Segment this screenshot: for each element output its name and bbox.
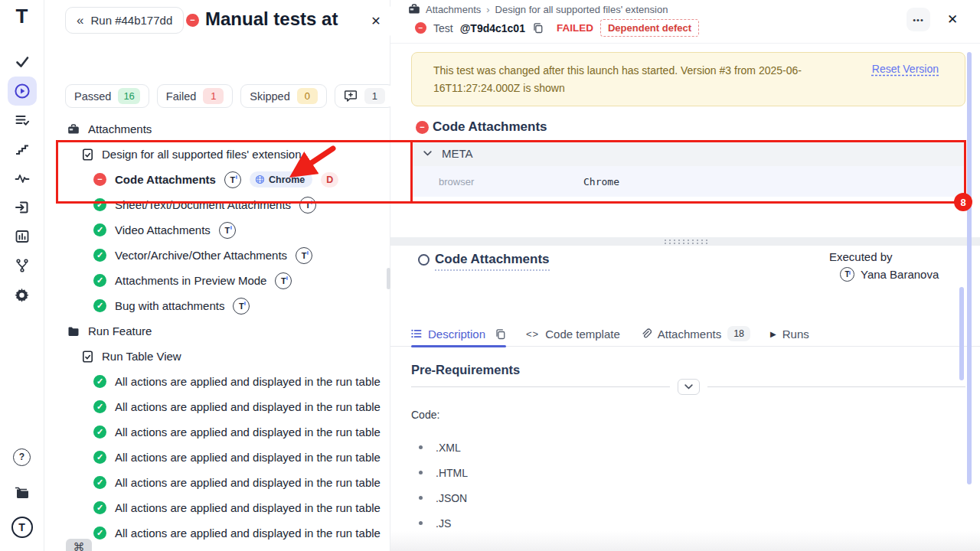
tree-row[interactable]: Design for all supported files' extensio… [44, 142, 390, 167]
reset-version-link[interactable]: Reset Version [872, 63, 939, 75]
double-chevron-left-icon: « [77, 14, 83, 27]
tree-row[interactable]: Run Feature [44, 318, 390, 344]
back-to-run-button[interactable]: « Run #44b177dd [65, 7, 184, 34]
section-divider [411, 379, 965, 395]
command-key-badge: ⌘ [66, 539, 92, 551]
collapse-section-button[interactable] [678, 379, 700, 395]
list-item: .JS [411, 510, 468, 536]
filter-comments[interactable]: 1 [335, 84, 394, 108]
section-failed-status-icon: − [416, 121, 429, 134]
tree-row[interactable]: ✓All actions are applied and displayed i… [44, 419, 390, 445]
dependent-defect-badge[interactable]: Dependent defect [600, 19, 699, 37]
folder-icon [67, 325, 80, 337]
logo-badge-icon[interactable]: T [8, 513, 37, 542]
avatar-icon: T [219, 222, 236, 239]
breadcrumb-root[interactable]: Attachments [426, 4, 481, 15]
copy-description-icon[interactable] [495, 328, 506, 340]
play-circle-icon[interactable] [8, 77, 37, 106]
chevron-down-icon [423, 151, 432, 156]
inner-scrollbar[interactable] [959, 287, 964, 380]
status-passed-icon: ✓ [93, 476, 106, 489]
run-title: Manual tests at [205, 8, 361, 30]
test-label: Test [433, 22, 453, 34]
status-passed-icon: ✓ [93, 375, 106, 388]
report-icon[interactable] [8, 222, 37, 251]
defect-badge[interactable]: D [321, 172, 338, 187]
executed-by-block: Executed by T Yana Baranova [829, 250, 939, 282]
app-sidebar: T ?T [0, 0, 44, 551]
meta-header[interactable]: META [412, 141, 966, 166]
drag-grip-icon [663, 239, 707, 245]
status-passed-icon: ✓ [93, 501, 106, 514]
steps-icon[interactable] [8, 135, 37, 164]
filter-failed[interactable]: Failed 1 [157, 84, 234, 108]
executed-by-name: Yana Baranova [861, 268, 939, 281]
tree-row[interactable]: ✓Sheet/Text/Document AttachmentsT [44, 192, 390, 217]
close-run-panel-icon[interactable]: ✕ [371, 15, 381, 28]
list-item: .XML [411, 435, 468, 460]
tab-attachments[interactable]: Attachments18 [640, 321, 750, 347]
status-failed-icon: − [93, 173, 106, 186]
tree-row[interactable]: ✓All actions are applied and displayed i… [44, 445, 390, 470]
executed-by-user: T Yana Baranova [829, 267, 939, 282]
filter-skipped[interactable]: Skipped 0 [240, 84, 326, 108]
check-icon[interactable] [8, 47, 37, 77]
list-check-icon[interactable] [8, 106, 37, 135]
avatar-icon: T [275, 272, 292, 289]
tree-row[interactable]: ✓Vector/Archive/Other AttachmentsT [44, 243, 390, 268]
tree-row[interactable]: ✓All actions are applied and displayed i… [44, 520, 390, 546]
more-actions-button[interactable]: ••• [906, 8, 930, 31]
test-id-row: − Test @T9d4c1c01 FAILED Dependent defec… [415, 19, 699, 37]
run-tree-panel: « Run #44b177dd − Manual tests at ✕ Pass… [44, 0, 390, 551]
tree-row[interactable]: ✓All actions are applied and displayed i… [44, 495, 390, 520]
breadcrumb-separator-icon: › [486, 4, 489, 15]
copy-test-id-icon[interactable] [532, 22, 544, 34]
tab-code-template[interactable]: <>Code template [526, 321, 620, 347]
test-failed-status-icon: − [415, 22, 426, 34]
activity-icon[interactable] [8, 164, 37, 193]
tree-row[interactable]: ✓All actions are applied and displayed i… [44, 470, 390, 495]
status-passed-icon: ✓ [93, 299, 106, 312]
test-tree: Attachments Design for all supported fil… [44, 116, 390, 546]
import-icon[interactable] [8, 193, 37, 222]
gear-icon[interactable] [8, 280, 37, 309]
status-passed-icon: ✓ [93, 451, 106, 464]
meta-title: META [442, 147, 473, 160]
breadcrumb-current[interactable]: Design for all supported files' extensio… [495, 4, 668, 15]
help-icon[interactable]: ? [8, 442, 37, 471]
meta-value: Chrome [583, 176, 619, 187]
test-title[interactable]: Code Attachments [435, 252, 550, 271]
tree-row[interactable]: ✓Bug with attachmentsT [44, 293, 390, 318]
unexecuted-status-icon [418, 254, 430, 266]
docs-icon[interactable] [8, 478, 37, 507]
avatar-icon: T [296, 247, 312, 264]
tree-row[interactable]: ✓All actions are applied and displayed i… [44, 394, 390, 419]
panel-resize-handle[interactable] [390, 237, 980, 246]
sidebar-bottom-nav: ?T [8, 442, 37, 551]
avatar-icon: T [233, 298, 250, 315]
branch-icon[interactable] [8, 251, 37, 280]
code-label: Code: [411, 409, 439, 421]
suite-icon [67, 123, 80, 135]
detail-scrollbar[interactable] [967, 52, 972, 484]
filter-passed[interactable]: Passed 16 [65, 84, 149, 108]
tree-row[interactable]: Run Table View [44, 344, 390, 369]
sidebar-nav [8, 47, 37, 309]
tree-row[interactable]: ✓Attachments in Preview ModeT [44, 268, 390, 293]
tab-description[interactable]: Description [411, 321, 506, 347]
paperclip-icon [640, 328, 652, 340]
status-passed-icon: ✓ [93, 198, 106, 211]
tree-row[interactable]: −Code AttachmentsTChromeD [44, 167, 390, 192]
tree-row[interactable]: Attachments [44, 116, 390, 142]
close-detail-icon[interactable]: ✕ [947, 13, 958, 26]
list-item: .HTML [411, 460, 468, 485]
count-badge: 0 [297, 88, 318, 104]
avatar-icon: T [840, 267, 854, 282]
tree-row[interactable]: ✓Video AttachmentsT [44, 217, 390, 243]
tree-row[interactable]: ✓All actions are applied and displayed i… [44, 369, 390, 394]
app-logo[interactable]: T [16, 6, 28, 26]
tab-runs[interactable]: ▶Runs [770, 321, 809, 347]
status-passed-icon: ✓ [93, 223, 106, 236]
browser-badge[interactable]: Chrome [250, 171, 312, 187]
test-detail-panel: Attachments › Design for all supported f… [390, 0, 980, 551]
